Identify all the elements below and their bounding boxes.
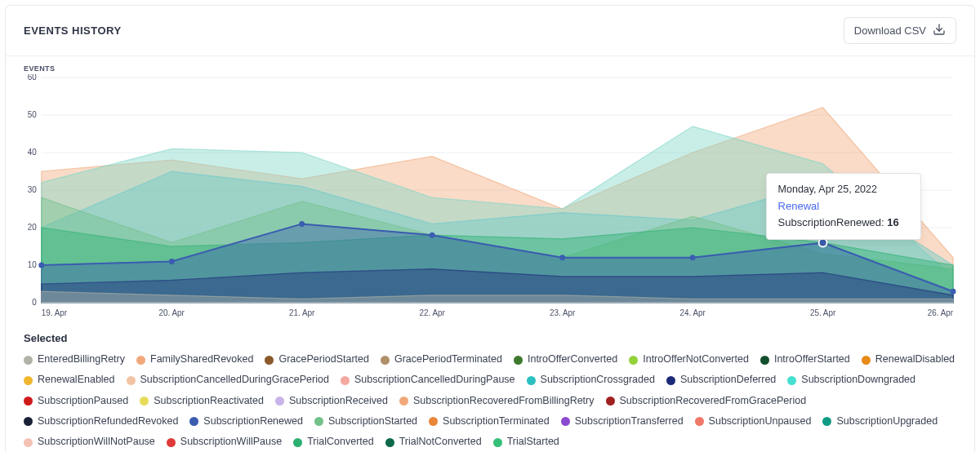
download-csv-button[interactable]: Download CSV — [844, 17, 956, 44]
legend-item-label: SubscriptionWillPause — [180, 433, 282, 450]
legend-item[interactable]: SubscriptionRenewed — [189, 413, 303, 430]
legend-item[interactable]: SubscriptionRefundedRevoked — [24, 413, 178, 430]
legend-color-dot — [862, 356, 871, 365]
legend-item[interactable]: SubscriptionCrossgraded — [527, 371, 655, 388]
legend-item[interactable]: RenewalDisabled — [862, 351, 955, 368]
legend-item[interactable]: IntroOfferStarted — [760, 351, 850, 368]
legend-item-label: TrialStarted — [507, 433, 559, 450]
legend-item[interactable]: SubscriptionStarted — [314, 413, 417, 430]
svg-text:60: 60 — [28, 74, 37, 82]
legend-item-label: SubscriptionTerminated — [443, 413, 550, 430]
legend-color-dot — [629, 356, 638, 365]
legend-item-label: EnteredBillingRetry — [38, 351, 125, 368]
tooltip-date: Monday, Apr 25, 2022 — [778, 182, 909, 197]
legend-item-label: SubscriptionDowngraded — [801, 371, 915, 388]
legend-item[interactable]: SubscriptionWillNotPause — [24, 433, 155, 450]
svg-point-16 — [169, 259, 175, 264]
legend-color-dot — [265, 356, 274, 365]
legend-item[interactable]: SubscriptionPaused — [24, 392, 128, 410]
legend-color-dot — [24, 376, 33, 385]
download-csv-label: Download CSV — [854, 24, 926, 37]
legend-color-dot — [695, 417, 704, 426]
legend-item-label: SubscriptionUnpaused — [709, 413, 812, 430]
legend-item-label: SubscriptionStarted — [328, 413, 417, 430]
legend-color-dot — [24, 438, 33, 447]
legend-item[interactable]: GracePeriodTerminated — [381, 351, 502, 368]
legend-color-dot — [140, 397, 149, 405]
legend-item-label: IntroOfferStarted — [774, 351, 850, 368]
download-icon — [933, 23, 946, 38]
legend-color-dot — [341, 376, 350, 385]
svg-text:20: 20 — [28, 223, 37, 232]
legend-color-dot — [760, 356, 769, 365]
legend-item-label: RenewalEnabled — [38, 371, 115, 388]
legend-color-dot — [787, 376, 796, 385]
legend-color-dot — [24, 356, 33, 365]
legend-color-dot — [527, 376, 536, 385]
legend-item[interactable]: IntroOfferConverted — [514, 351, 617, 368]
legend-color-dot — [189, 417, 198, 426]
legend-item[interactable]: SubscriptionReactivated — [140, 392, 264, 410]
svg-text:40: 40 — [28, 148, 37, 157]
legend-item-label: RenewalDisabled — [875, 351, 955, 368]
legend-item-label: SubscriptionReactivated — [154, 392, 264, 410]
svg-text:50: 50 — [28, 110, 37, 119]
legend-color-dot — [136, 356, 145, 365]
svg-point-22 — [951, 289, 956, 295]
legend-color-dot — [399, 397, 408, 405]
chart-tooltip: Monday, Apr 25, 2022 Renewal Subscriptio… — [766, 173, 921, 240]
legend-item[interactable]: SubscriptionUpgraded — [822, 413, 938, 430]
legend-item[interactable]: SubscriptionDeferred — [666, 371, 776, 388]
legend-container: EnteredBillingRetryFamilySharedRevokedGr… — [24, 351, 956, 450]
legend-item[interactable]: SubscriptionReceived — [275, 392, 388, 410]
legend-item-label: SubscriptionDeferred — [680, 371, 776, 388]
svg-text:22. Apr: 22. Apr — [420, 308, 446, 317]
legend-item[interactable]: EnteredBillingRetry — [24, 351, 125, 368]
svg-text:10: 10 — [28, 260, 37, 269]
panel-header: EVENTS HISTORY Download CSV — [6, 6, 974, 56]
svg-text:20. Apr: 20. Apr — [159, 308, 185, 317]
legend-item[interactable]: TrialStarted — [493, 433, 559, 450]
legend-color-dot — [167, 438, 176, 447]
legend-item[interactable]: TrialNotConverted — [385, 433, 482, 450]
legend-color-dot — [822, 417, 831, 426]
svg-point-15 — [38, 263, 44, 268]
legend-item[interactable]: SubscriptionUnpaused — [695, 413, 812, 430]
y-axis-label: EVENTS — [24, 64, 956, 73]
svg-text:0: 0 — [32, 298, 37, 307]
legend-item[interactable]: TrialConverted — [293, 433, 374, 450]
svg-text:24. Apr: 24. Apr — [679, 308, 706, 317]
legend-color-dot — [275, 397, 284, 405]
legend-item[interactable]: SubscriptionCancelledDuringGracePeriod — [127, 371, 329, 388]
legend-item[interactable]: SubscriptionRecoveredFromGracePeriod — [606, 392, 807, 410]
legend-item[interactable]: GracePeriodStarted — [265, 351, 368, 368]
legend-item[interactable]: SubscriptionRecoveredFromBillingRetry — [399, 392, 595, 410]
legend-item-label: SubscriptionPaused — [38, 392, 128, 410]
legend-item-label: SubscriptionRefundedRevoked — [38, 413, 178, 430]
legend-item-label: GracePeriodTerminated — [394, 351, 502, 368]
legend-color-dot — [24, 397, 33, 405]
chart-area: EVENTS 010203040506019. Apr20. Apr21. Ap… — [6, 56, 974, 322]
legend-item-label: SubscriptionReceived — [289, 392, 388, 410]
legend-item[interactable]: SubscriptionWillPause — [167, 433, 282, 450]
legend-item-label: FamilySharedRevoked — [150, 351, 253, 368]
legend-item[interactable]: RenewalEnabled — [24, 371, 115, 388]
legend-item[interactable]: SubscriptionCancelledDuringPause — [341, 371, 515, 388]
legend-color-dot — [381, 356, 390, 365]
legend-item[interactable]: FamilySharedRevoked — [136, 351, 253, 368]
legend-item-label: TrialConverted — [307, 433, 374, 450]
legend-item-label: TrialNotConverted — [399, 433, 482, 450]
legend-item[interactable]: IntroOfferNotConverted — [629, 351, 749, 368]
legend-item[interactable]: SubscriptionTerminated — [429, 413, 550, 430]
svg-point-18 — [430, 233, 435, 238]
svg-text:23. Apr: 23. Apr — [550, 308, 576, 317]
legend-item-label: SubscriptionRecoveredFromBillingRetry — [413, 392, 595, 410]
legend-item[interactable]: SubscriptionTransferred — [561, 413, 684, 430]
legend-color-dot — [514, 356, 523, 365]
legend-item[interactable]: SubscriptionDowngraded — [787, 371, 915, 388]
legend-item-label: GracePeriodStarted — [278, 351, 368, 368]
plot[interactable]: 010203040506019. Apr20. Apr21. Apr22. Ap… — [24, 74, 956, 319]
tooltip-value-label: SubscriptionRenewed: — [778, 216, 884, 228]
legend-color-dot — [385, 438, 394, 447]
svg-text:25. Apr: 25. Apr — [810, 308, 836, 317]
